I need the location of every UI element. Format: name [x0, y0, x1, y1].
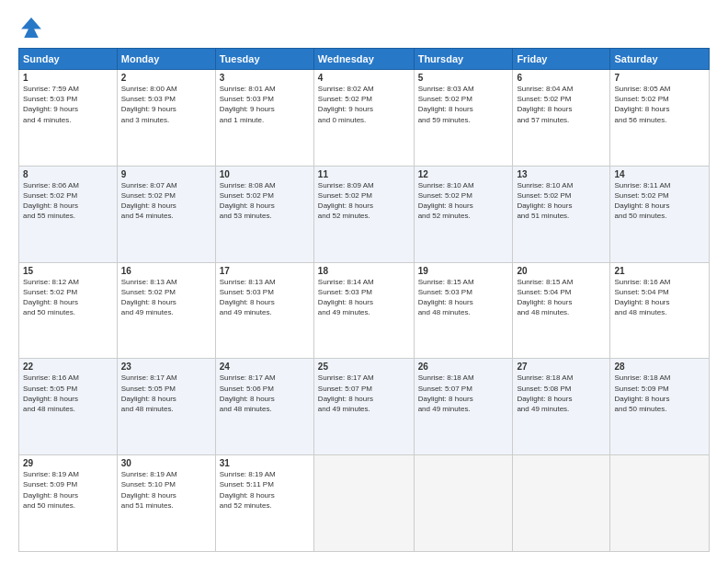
calendar-cell: 14Sunrise: 8:11 AM Sunset: 5:02 PM Dayli… — [610, 166, 710, 262]
cell-info: Sunrise: 8:19 AM Sunset: 5:09 PM Dayligh… — [23, 469, 113, 511]
cell-info: Sunrise: 8:15 AM Sunset: 5:03 PM Dayligh… — [418, 277, 509, 318]
weekday-header-row: SundayMondayTuesdayWednesdayThursdayFrid… — [19, 49, 710, 70]
calendar-cell: 28Sunrise: 8:18 AM Sunset: 5:09 PM Dayli… — [610, 359, 710, 455]
weekday-header-tuesday: Tuesday — [215, 49, 313, 70]
day-number: 31 — [220, 458, 310, 468]
day-number: 11 — [318, 169, 410, 179]
cell-info: Sunrise: 8:18 AM Sunset: 5:08 PM Dayligh… — [517, 373, 606, 414]
day-number: 10 — [220, 169, 310, 179]
calendar-cell: 30Sunrise: 8:19 AM Sunset: 5:10 PM Dayli… — [117, 455, 215, 552]
calendar-cell: 22Sunrise: 8:16 AM Sunset: 5:05 PM Dayli… — [19, 359, 118, 455]
weekday-header-monday: Monday — [117, 49, 215, 70]
day-number: 22 — [23, 362, 113, 372]
day-number: 20 — [517, 266, 606, 276]
cell-info: Sunrise: 8:12 AM Sunset: 5:02 PM Dayligh… — [23, 277, 113, 318]
day-number: 27 — [517, 362, 606, 372]
calendar-cell — [414, 455, 513, 552]
day-number: 1 — [23, 73, 113, 83]
calendar-cell: 23Sunrise: 8:17 AM Sunset: 5:05 PM Dayli… — [117, 359, 215, 455]
cell-info: Sunrise: 8:16 AM Sunset: 5:04 PM Dayligh… — [614, 277, 705, 318]
cell-info: Sunrise: 8:14 AM Sunset: 5:03 PM Dayligh… — [318, 277, 410, 318]
day-number: 2 — [121, 73, 211, 83]
cell-info: Sunrise: 8:05 AM Sunset: 5:02 PM Dayligh… — [614, 84, 705, 125]
cell-info: Sunrise: 8:17 AM Sunset: 5:07 PM Dayligh… — [318, 373, 410, 414]
calendar-cell: 9Sunrise: 8:07 AM Sunset: 5:02 PM Daylig… — [117, 166, 215, 262]
cell-info: Sunrise: 8:00 AM Sunset: 5:03 PM Dayligh… — [121, 84, 211, 125]
day-number: 3 — [220, 73, 310, 83]
calendar-week-1: 1Sunrise: 7:59 AM Sunset: 5:03 PM Daylig… — [19, 70, 710, 167]
svg-marker-0 — [21, 17, 41, 38]
cell-info: Sunrise: 8:17 AM Sunset: 5:05 PM Dayligh… — [121, 373, 211, 414]
calendar-cell: 13Sunrise: 8:10 AM Sunset: 5:02 PM Dayli… — [513, 166, 610, 262]
calendar-cell: 27Sunrise: 8:18 AM Sunset: 5:08 PM Dayli… — [513, 359, 610, 455]
calendar-cell: 10Sunrise: 8:08 AM Sunset: 5:02 PM Dayli… — [215, 166, 313, 262]
day-number: 16 — [121, 266, 211, 276]
cell-info: Sunrise: 8:19 AM Sunset: 5:10 PM Dayligh… — [121, 469, 211, 511]
day-number: 18 — [318, 266, 410, 276]
day-number: 15 — [23, 266, 113, 276]
cell-info: Sunrise: 8:17 AM Sunset: 5:06 PM Dayligh… — [220, 373, 310, 414]
day-number: 7 — [614, 73, 705, 83]
day-number: 4 — [318, 73, 410, 83]
weekday-header-wednesday: Wednesday — [313, 49, 414, 70]
calendar-cell: 4Sunrise: 8:02 AM Sunset: 5:02 PM Daylig… — [313, 70, 414, 167]
page: SundayMondayTuesdayWednesdayThursdayFrid… — [0, 0, 728, 563]
cell-info: Sunrise: 7:59 AM Sunset: 5:03 PM Dayligh… — [23, 84, 113, 125]
day-number: 28 — [614, 362, 705, 372]
day-number: 12 — [418, 169, 509, 179]
calendar-cell — [513, 455, 610, 552]
calendar-cell: 5Sunrise: 8:03 AM Sunset: 5:02 PM Daylig… — [414, 70, 513, 167]
day-number: 9 — [121, 169, 211, 179]
cell-info: Sunrise: 8:01 AM Sunset: 5:03 PM Dayligh… — [220, 84, 310, 125]
cell-info: Sunrise: 8:10 AM Sunset: 5:02 PM Dayligh… — [517, 180, 606, 222]
calendar-cell: 24Sunrise: 8:17 AM Sunset: 5:06 PM Dayli… — [215, 359, 313, 455]
cell-info: Sunrise: 8:08 AM Sunset: 5:02 PM Dayligh… — [220, 180, 310, 222]
day-number: 8 — [23, 169, 113, 179]
calendar-cell: 19Sunrise: 8:15 AM Sunset: 5:03 PM Dayli… — [414, 262, 513, 359]
calendar-week-5: 29Sunrise: 8:19 AM Sunset: 5:09 PM Dayli… — [19, 455, 710, 552]
calendar-cell: 31Sunrise: 8:19 AM Sunset: 5:11 PM Dayli… — [215, 455, 313, 552]
cell-info: Sunrise: 8:02 AM Sunset: 5:02 PM Dayligh… — [318, 84, 410, 125]
cell-info: Sunrise: 8:13 AM Sunset: 5:02 PM Dayligh… — [121, 277, 211, 318]
day-number: 23 — [121, 362, 211, 372]
cell-info: Sunrise: 8:11 AM Sunset: 5:02 PM Dayligh… — [614, 180, 705, 222]
cell-info: Sunrise: 8:18 AM Sunset: 5:09 PM Dayligh… — [614, 373, 705, 414]
calendar-cell: 6Sunrise: 8:04 AM Sunset: 5:02 PM Daylig… — [513, 70, 610, 167]
day-number: 13 — [517, 169, 606, 179]
calendar-cell: 20Sunrise: 8:15 AM Sunset: 5:04 PM Dayli… — [513, 262, 610, 359]
cell-info: Sunrise: 8:09 AM Sunset: 5:02 PM Dayligh… — [318, 180, 410, 222]
cell-info: Sunrise: 8:13 AM Sunset: 5:03 PM Dayligh… — [220, 277, 310, 318]
cell-info: Sunrise: 8:18 AM Sunset: 5:07 PM Dayligh… — [418, 373, 509, 414]
day-number: 29 — [23, 458, 113, 468]
calendar-cell: 3Sunrise: 8:01 AM Sunset: 5:03 PM Daylig… — [215, 70, 313, 167]
day-number: 6 — [517, 73, 606, 83]
day-number: 17 — [220, 266, 310, 276]
cell-info: Sunrise: 8:16 AM Sunset: 5:05 PM Dayligh… — [23, 373, 113, 414]
weekday-header-thursday: Thursday — [414, 49, 513, 70]
day-number: 26 — [418, 362, 509, 372]
day-number: 30 — [121, 458, 211, 468]
day-number: 14 — [614, 169, 705, 179]
calendar-cell: 21Sunrise: 8:16 AM Sunset: 5:04 PM Dayli… — [610, 262, 710, 359]
day-number: 25 — [318, 362, 410, 372]
calendar-cell: 2Sunrise: 8:00 AM Sunset: 5:03 PM Daylig… — [117, 70, 215, 167]
calendar-cell: 18Sunrise: 8:14 AM Sunset: 5:03 PM Dayli… — [313, 262, 414, 359]
day-number: 24 — [220, 362, 310, 372]
cell-info: Sunrise: 8:06 AM Sunset: 5:02 PM Dayligh… — [23, 180, 113, 222]
calendar-cell: 11Sunrise: 8:09 AM Sunset: 5:02 PM Dayli… — [313, 166, 414, 262]
cell-info: Sunrise: 8:19 AM Sunset: 5:11 PM Dayligh… — [220, 469, 310, 511]
cell-info: Sunrise: 8:10 AM Sunset: 5:02 PM Dayligh… — [418, 180, 509, 222]
calendar-cell: 1Sunrise: 7:59 AM Sunset: 5:03 PM Daylig… — [19, 70, 118, 167]
cell-info: Sunrise: 8:03 AM Sunset: 5:02 PM Dayligh… — [418, 84, 509, 125]
day-number: 19 — [418, 266, 509, 276]
header — [18, 15, 710, 40]
calendar-week-4: 22Sunrise: 8:16 AM Sunset: 5:05 PM Dayli… — [19, 359, 710, 455]
calendar-cell: 12Sunrise: 8:10 AM Sunset: 5:02 PM Dayli… — [414, 166, 513, 262]
calendar-cell: 8Sunrise: 8:06 AM Sunset: 5:02 PM Daylig… — [19, 166, 118, 262]
logo-icon — [18, 15, 44, 40]
calendar-cell: 26Sunrise: 8:18 AM Sunset: 5:07 PM Dayli… — [414, 359, 513, 455]
calendar-cell: 16Sunrise: 8:13 AM Sunset: 5:02 PM Dayli… — [117, 262, 215, 359]
logo — [18, 15, 48, 40]
day-number: 5 — [418, 73, 509, 83]
calendar-cell: 25Sunrise: 8:17 AM Sunset: 5:07 PM Dayli… — [313, 359, 414, 455]
